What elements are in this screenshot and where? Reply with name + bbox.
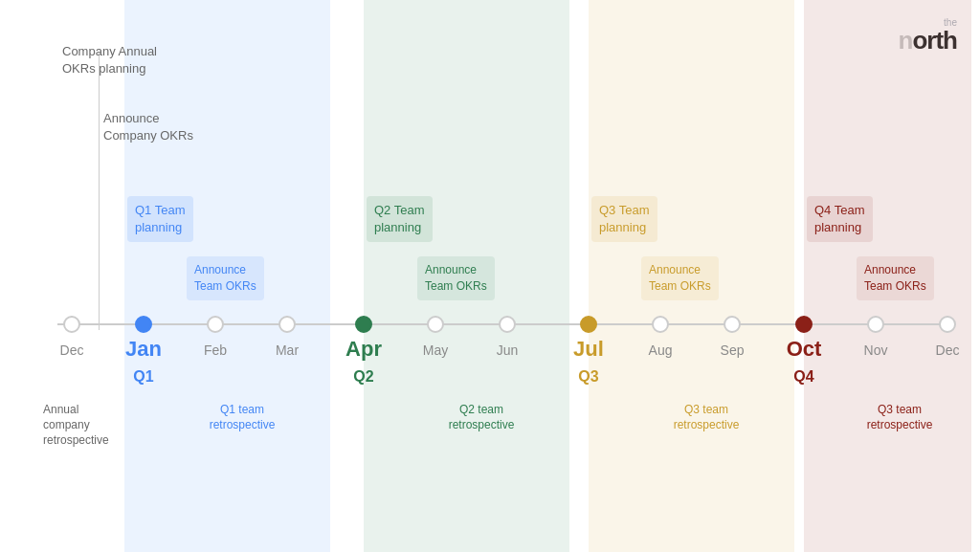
- month-label-dec-990: Dec: [936, 342, 960, 358]
- q1-label: Q1: [133, 368, 153, 386]
- month-label-feb-225: Feb: [204, 342, 227, 358]
- month-label-may-455: May: [423, 342, 448, 358]
- month-marker-jul-615: [580, 316, 597, 333]
- annual-retro-label: Annualcompanyretrospective: [43, 402, 109, 449]
- company-annual-label: Company AnnualOKRs planning: [62, 43, 157, 77]
- month-label-aug-690: Aug: [649, 342, 673, 358]
- q2-retro-label: Q2 teamretrospective: [449, 402, 515, 432]
- month-marker-may-455: [427, 316, 444, 333]
- q1-retro-label: Q1 teamretrospective: [210, 402, 276, 432]
- month-marker-sep-765: [724, 316, 741, 333]
- q2-label: Q2: [353, 368, 373, 386]
- q1-announce-box: AnnounceTeam OKRs: [187, 256, 264, 300]
- q3-announce-box: AnnounceTeam OKRs: [641, 256, 719, 300]
- main-container: the north Company AnnualOKRs planning An…: [0, 0, 980, 552]
- q4-retro-label: Q3 teamretrospective: [867, 402, 933, 432]
- month-marker-jan-150: [135, 316, 152, 333]
- month-marker-aug-690: [652, 316, 669, 333]
- month-marker-nov-915: [867, 316, 884, 333]
- month-label-apr-380: Apr: [345, 337, 382, 362]
- month-marker-jun-530: [499, 316, 516, 333]
- month-label-nov-915: Nov: [864, 342, 888, 358]
- month-label-sep-765: Sep: [721, 342, 745, 358]
- q3-planning-box: Q3 Teamplanning: [591, 196, 657, 242]
- month-label-mar-300: Mar: [276, 342, 299, 358]
- q2-planning-box: Q2 Teamplanning: [367, 196, 433, 242]
- month-marker-feb-225: [207, 316, 224, 333]
- month-marker-dec-75: [63, 316, 80, 333]
- month-label-jun-530: Jun: [497, 342, 519, 358]
- company-annual-vline: [99, 53, 100, 330]
- month-label-jan-150: Jan: [125, 337, 162, 362]
- month-label-oct-840: Oct: [787, 337, 822, 362]
- month-marker-apr-380: [355, 316, 372, 333]
- month-marker-oct-840: [795, 316, 813, 333]
- q4-planning-box: Q4 Teamplanning: [807, 196, 873, 242]
- q2-announce-box: AnnounceTeam OKRs: [417, 256, 495, 300]
- month-marker-dec-990: [939, 316, 956, 333]
- month-label-jul-615: Jul: [573, 337, 604, 362]
- month-marker-mar-300: [278, 316, 296, 333]
- month-label-dec-75: Dec: [60, 342, 84, 358]
- announce-company-label: AnnounceCompany OKRs: [103, 110, 193, 144]
- q4-announce-box: AnnounceTeam OKRs: [857, 256, 934, 300]
- q3-label: Q3: [578, 368, 598, 386]
- q3-retro-label: Q3 teamretrospective: [674, 402, 740, 432]
- q4-label: Q4: [793, 368, 813, 386]
- q1-planning-box: Q1 Teamplanning: [127, 196, 193, 242]
